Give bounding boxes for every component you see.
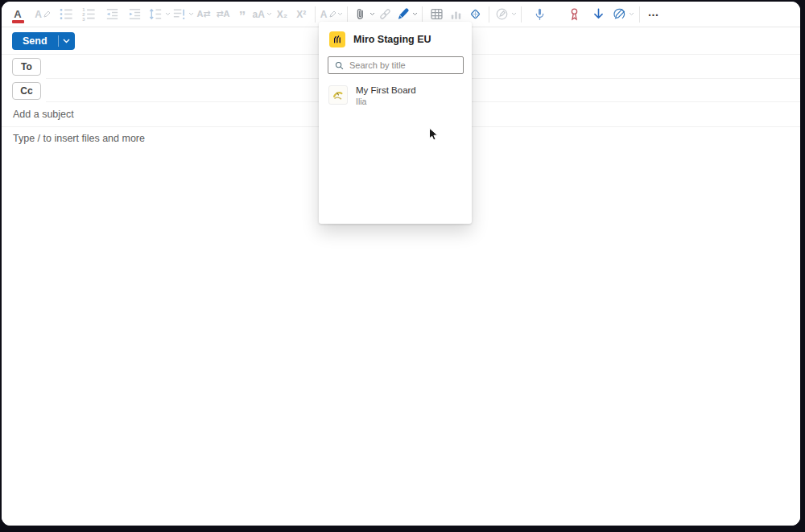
chevron-down-icon — [188, 12, 194, 16]
quote-button[interactable]: ” — [233, 4, 252, 25]
miro-addin-popup: Miro Staging EU My First Board Ilia — [319, 22, 472, 224]
subscript-icon: X₂ — [277, 9, 287, 20]
subscript-button[interactable]: X₂ — [273, 4, 291, 25]
addin-button[interactable] — [612, 4, 634, 25]
toolbar-divider — [521, 6, 522, 23]
chevron-down-icon — [165, 12, 171, 16]
superscript-icon: X² — [296, 9, 306, 20]
search-icon — [334, 60, 345, 71]
chevron-down-icon — [511, 12, 517, 16]
dictate-button[interactable] — [530, 4, 549, 25]
styles-icon: A — [320, 9, 328, 20]
chevron-down-icon — [337, 12, 343, 16]
ellipsis-icon: … — [648, 6, 659, 19]
chevron-down-icon — [369, 12, 375, 16]
cc-button[interactable]: Cc — [12, 82, 41, 100]
paragraph-spacing-button[interactable] — [171, 4, 194, 25]
bullet-list-button[interactable] — [57, 4, 76, 25]
toolbar-divider — [422, 6, 423, 23]
microphone-icon — [532, 6, 547, 22]
line-spacing-icon — [148, 6, 163, 22]
send-button[interactable]: Send — [12, 32, 58, 50]
toolbar-divider — [347, 6, 348, 23]
toolbar-divider — [315, 6, 316, 23]
addin-pen-icon — [612, 6, 627, 22]
board-title: My First Board — [356, 85, 416, 96]
popup-title: Miro Staging EU — [353, 34, 431, 45]
chevron-down-icon — [63, 39, 70, 43]
toolbar-divider — [489, 6, 489, 23]
send-split-button[interactable]: Send — [12, 32, 75, 50]
search-input[interactable] — [349, 60, 457, 70]
board-owner: Ilia — [356, 97, 416, 107]
line-spacing-button[interactable] — [148, 4, 171, 25]
editor-icon — [494, 6, 510, 22]
link-icon — [378, 6, 393, 22]
low-importance-button[interactable] — [589, 4, 608, 25]
down-arrow-icon — [591, 6, 606, 22]
svg-text:3: 3 — [82, 17, 85, 22]
numbered-list-button[interactable]: 123 — [80, 4, 98, 25]
right-to-left-button[interactable]: ⇄A — [214, 4, 233, 25]
highlight-button[interactable]: A — [33, 4, 52, 25]
increase-indent-button[interactable] — [126, 4, 144, 25]
table-icon — [429, 6, 444, 22]
paragraph-spacing-icon — [171, 6, 187, 22]
board-info: My First Board Ilia — [356, 85, 416, 107]
font-color-button[interactable]: A — [9, 4, 27, 25]
send-options-button[interactable] — [59, 32, 75, 50]
compose-window: A A 123 — [2, 2, 800, 526]
sensitivity-button[interactable] — [565, 4, 584, 25]
toolbar-divider — [639, 6, 640, 23]
bullet-list-icon — [59, 6, 74, 22]
right-to-left-icon: ⇄A — [216, 9, 229, 19]
more-options-button[interactable]: … — [644, 4, 663, 25]
quote-icon: ” — [239, 14, 246, 20]
numbered-list-icon: 123 — [81, 6, 97, 22]
sensitivity-badge-icon — [567, 6, 582, 22]
board-search-box[interactable] — [328, 56, 464, 74]
pencil-icon — [43, 11, 50, 18]
font-color-swatch — [12, 20, 24, 23]
chevron-down-icon — [266, 12, 272, 16]
change-case-icon: aA — [253, 9, 265, 20]
paperclip-icon — [353, 6, 368, 22]
apps-diamond-icon — [468, 6, 483, 22]
editor-button[interactable] — [494, 4, 517, 25]
draw-pen-icon — [395, 6, 411, 22]
left-to-right-button[interactable]: A⇄ — [195, 4, 213, 25]
font-color-icon: A — [14, 8, 21, 20]
miro-logo-icon — [329, 31, 345, 47]
left-to-right-icon: A⇄ — [196, 9, 210, 19]
pencil-icon — [329, 11, 336, 18]
decrease-indent-button[interactable] — [103, 4, 122, 25]
popup-header: Miro Staging EU — [319, 22, 472, 56]
chevron-down-icon — [629, 12, 634, 16]
decrease-indent-icon — [105, 6, 120, 22]
superscript-button[interactable]: X² — [292, 4, 311, 25]
increase-indent-icon — [127, 6, 142, 22]
board-thumbnail — [328, 85, 348, 105]
board-list-item[interactable]: My First Board Ilia — [319, 74, 472, 107]
chevron-down-icon — [412, 12, 418, 16]
change-case-button[interactable]: aA — [253, 4, 272, 25]
highlight-icon: A — [35, 9, 42, 20]
to-button[interactable]: To — [12, 58, 41, 76]
chart-icon — [448, 6, 464, 22]
